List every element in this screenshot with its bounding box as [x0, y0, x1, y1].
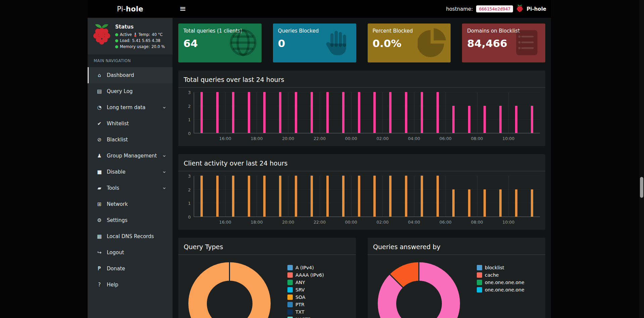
plot-area[interactable]: [194, 92, 540, 133]
y-tick-label: 2: [188, 187, 191, 192]
bar: [452, 106, 455, 133]
legend-item-soa[interactable]: SOA: [287, 294, 324, 300]
legend-item-any[interactable]: ANY: [287, 280, 324, 285]
x-tick-label: 22:00: [314, 136, 326, 141]
panel-title-client-activity: Client activity over last 24 hours: [178, 159, 545, 171]
load-label: Load:: [120, 38, 130, 43]
chevron-down-icon: ›: [161, 106, 168, 108]
bar: [295, 176, 297, 217]
bar: [531, 106, 533, 133]
navbar-right: hostname: 666154e2d947: [446, 4, 546, 13]
sidebar-item-label: Long term data: [107, 104, 164, 110]
legend-label: NAPTR: [295, 317, 311, 318]
x-axis: 16:0018:0020:0022:0000:0002:0004:0006:00…: [194, 217, 540, 226]
y-tick-label: 3: [188, 90, 191, 95]
sidebar-item-label: Query Log: [107, 88, 167, 94]
home-icon: ⌂: [95, 72, 104, 78]
page-box: Pi-hole ≡ hostname: 666154e2d947: [88, 0, 551, 318]
x-tick-label: 18:00: [250, 220, 263, 225]
bar: [263, 176, 266, 217]
y-tick-label: 2: [188, 103, 191, 108]
hostname-label: hostname:: [446, 6, 473, 12]
query-types-doughnut[interactable]: [188, 262, 271, 318]
bar: [279, 92, 281, 133]
legend-label: SOA: [295, 294, 305, 300]
app-logo: Pi-hole: [88, 0, 173, 18]
legend-item-cache[interactable]: cache: [477, 272, 524, 278]
window-scrollbar[interactable]: [639, 0, 644, 318]
legend-label: blocklist: [485, 265, 504, 270]
sidebar-toggle-button[interactable]: ≡: [173, 0, 193, 18]
legend-swatch: [287, 280, 293, 285]
legend-label: TXT: [295, 309, 304, 315]
chart-legend: A (IPv4)AAAA (IPv6)ANYSRVSOAPTRTXTNAPTR: [287, 265, 324, 318]
x-tick-label: 02:00: [376, 220, 388, 225]
legend-swatch: [477, 265, 482, 270]
status-active-row: Active Temp: 40 °C: [115, 32, 165, 37]
sidebar-item-query-log[interactable]: ▤Query Log: [88, 83, 173, 99]
legend-item-naptr[interactable]: NAPTR: [287, 317, 324, 318]
sidebar-item-help[interactable]: ?Help: [88, 277, 173, 293]
check-circle-icon: ✔: [95, 121, 104, 127]
queries-answered-by-doughnut[interactable]: [378, 262, 460, 318]
legend-swatch: [287, 272, 293, 278]
legend-item-srv[interactable]: SRV: [287, 287, 324, 292]
bar: [436, 92, 439, 133]
panel-query-types: Query Types A (IPv4)AAAA (IPv6)ANYSRVSOA…: [178, 238, 356, 318]
x-tick-label: 02:00: [376, 136, 388, 141]
sidebar-item-group-management[interactable]: ♟Group Management›: [88, 148, 173, 164]
chevron-down-icon: ›: [161, 171, 168, 173]
chevron-down-icon: ›: [161, 154, 168, 157]
x-tick-label: 08:00: [471, 136, 483, 141]
sidebar: Status Active Temp: 40 °C Lo: [88, 18, 173, 318]
legend-label: ANY: [295, 280, 305, 285]
legend-item-aaaa-ipv6[interactable]: AAAA (IPv6): [287, 272, 324, 278]
legend-label: AAAA (IPv6): [295, 272, 324, 278]
sidebar-item-dashboard[interactable]: ⌂Dashboard: [88, 67, 173, 83]
bar: [326, 176, 329, 217]
bar: [468, 189, 470, 217]
gears-icon: ⚙: [95, 217, 104, 223]
status-load-row: Load: 5.41 5.65 4.38: [115, 38, 165, 43]
legend-swatch: [477, 287, 482, 292]
x-tick-label: 00:00: [345, 220, 357, 225]
status-ok-icon: [115, 45, 118, 48]
bar: [373, 92, 376, 133]
stat-card-total-queries-1-clients: Total queries (1 clients)64: [178, 24, 262, 62]
bar: [200, 176, 203, 217]
sidebar-item-local-dns-records[interactable]: ▦Local DNS Records: [88, 228, 173, 244]
queries-answered-by-chart: blocklistcacheone.one.one.oneone.one.one…: [373, 260, 540, 318]
bar: [200, 92, 203, 133]
stat-card-domains-on-blocklist: Domains on Blocklist84,466: [462, 24, 545, 62]
sidebar-item-disable[interactable]: ■Disable›: [88, 164, 173, 180]
sidebar-item-donate[interactable]: ₱Donate: [88, 261, 173, 277]
legend-item-one-one-one-one[interactable]: one.one.one.one: [477, 280, 524, 285]
status-ok-icon: [115, 39, 118, 42]
sidebar-item-tools[interactable]: ▰Tools›: [88, 180, 173, 196]
bar: [216, 176, 219, 217]
panel-title-query-types: Query Types: [178, 242, 356, 255]
client-activity-chart[interactable]: 012316:0018:0020:0022:0000:0002:0004:000…: [184, 176, 540, 226]
bar: [405, 176, 407, 217]
sidebar-item-blacklist[interactable]: ⊘Blacklist: [88, 132, 173, 148]
total-queries-chart[interactable]: 012316:0018:0020:0022:0000:0002:0004:000…: [184, 92, 540, 143]
legend-item-ptr[interactable]: PTR: [287, 302, 324, 307]
brand-label: Pi-hole: [526, 6, 546, 12]
sidebar-item-logout[interactable]: ↪Logout: [88, 244, 173, 261]
scrollbar-thumb[interactable]: [640, 177, 643, 198]
legend-item-a-ipv4[interactable]: A (IPv4): [287, 265, 324, 270]
sidebar-item-long-term-data[interactable]: ◔Long term data›: [88, 99, 173, 116]
sidebar-item-whitelist[interactable]: ✔Whitelist: [88, 116, 173, 132]
sidebar-item-settings[interactable]: ⚙Settings: [88, 212, 173, 228]
panel-title-queries-answered-by: Queries answered by: [368, 242, 545, 255]
panel-queries-answered-by: Queries answered by blocklistcacheone.on…: [368, 238, 545, 318]
legend-item-txt[interactable]: TXT: [287, 309, 324, 315]
temp-value: 40 °C: [152, 32, 163, 37]
legend-item-blocklist[interactable]: blocklist: [477, 265, 524, 270]
stop-icon: ■: [95, 169, 104, 175]
x-tick-label: 04:00: [408, 136, 420, 141]
sidebar-item-network[interactable]: ⊞Network: [88, 196, 173, 212]
plot-area[interactable]: [194, 176, 540, 217]
x-tick-label: 16:00: [219, 136, 231, 141]
legend-item-one-one-one-one[interactable]: one.one.one.one: [477, 287, 524, 292]
